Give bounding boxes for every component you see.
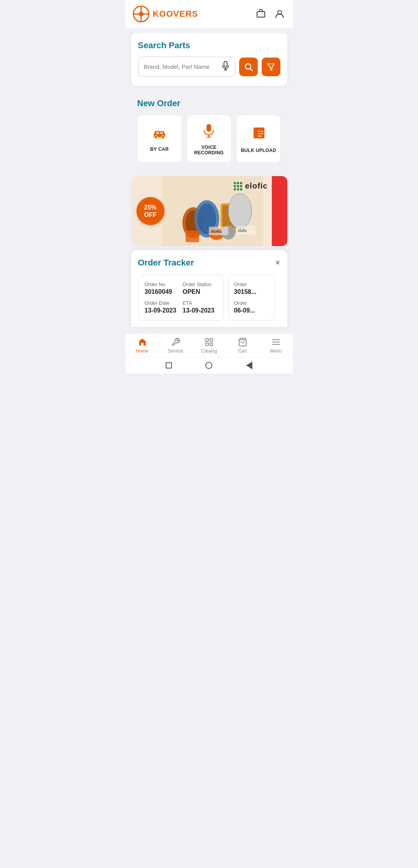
search-input[interactable] xyxy=(144,63,222,70)
svg-rect-43 xyxy=(206,343,208,346)
svg-marker-11 xyxy=(268,64,275,70)
order-status-value: OPEN xyxy=(183,288,217,295)
logo-text: KOOVERS xyxy=(153,9,198,19)
svg-rect-44 xyxy=(210,343,213,346)
svg-text:elofic: elofic xyxy=(238,229,247,233)
order-status-field: Order Status OPEN xyxy=(183,281,217,295)
search-card: Search Parts xyxy=(131,33,287,86)
new-order-card: New Order BY CAR xyxy=(131,91,287,171)
svg-text:elofic: elofic xyxy=(211,229,222,234)
elofic-logo-dots xyxy=(234,182,242,190)
by-car-label: BY CAR xyxy=(150,147,169,152)
order-date-value: 13-09-2023 xyxy=(145,307,179,314)
logo-area: KOOVERS xyxy=(133,5,198,23)
bulk-upload-option[interactable]: BULK UPLOAD xyxy=(236,115,281,163)
nav-home-label: Home xyxy=(136,348,148,354)
voice-icon xyxy=(203,124,215,141)
banner: 25% OFF elofic elofic elofic xyxy=(131,176,287,246)
search-input-wrap xyxy=(138,57,235,77)
bottom-nav: Home Service Catalog Cart Menu xyxy=(126,333,293,357)
eta-field: ETA 13-09-2023 xyxy=(183,300,217,314)
voice-recording-option[interactable]: VOICERECORDING xyxy=(187,115,231,163)
order-card-1[interactable]: Order No 30160049 Order Status OPEN Orde… xyxy=(138,275,224,321)
home-sys-icon xyxy=(205,362,212,369)
order-cards-row: Order No 30160049 Order Status OPEN Orde… xyxy=(138,275,280,321)
header: KOOVERS xyxy=(126,0,293,28)
nav-service[interactable]: Service xyxy=(164,337,187,354)
discount-amount: 25% xyxy=(144,204,156,211)
recents-button[interactable] xyxy=(164,361,173,370)
nav-home[interactable]: Home xyxy=(131,337,154,354)
search-title: Search Parts xyxy=(138,40,280,51)
svg-rect-15 xyxy=(160,132,163,134)
by-car-option[interactable]: BY CAR xyxy=(137,115,182,163)
order-2-no-field: Order 30158... xyxy=(234,281,269,295)
eta-label: ETA xyxy=(183,300,217,306)
menu-icon xyxy=(271,337,281,347)
order-options: BY CAR VOICERECORDING xyxy=(137,115,281,163)
nav-catalog-label: Catalog xyxy=(201,348,217,354)
nav-service-label: Service xyxy=(168,348,183,354)
banner-discount: 25% OFF xyxy=(136,197,164,225)
discount-label: OFF xyxy=(144,211,157,218)
order-2-date-label: Order xyxy=(234,300,269,306)
svg-point-13 xyxy=(161,136,164,139)
svg-rect-4 xyxy=(257,12,265,17)
cart-button[interactable] xyxy=(255,8,267,20)
order-2-no-value: 30158... xyxy=(234,288,269,295)
close-button[interactable]: × xyxy=(275,258,280,268)
order-card-grid-1: Order No 30160049 Order Status OPEN Orde… xyxy=(145,281,217,314)
svg-rect-14 xyxy=(156,132,159,134)
home-icon xyxy=(138,337,147,347)
search-icon xyxy=(244,63,253,71)
nav-cart-label: Cart xyxy=(238,348,247,354)
car-icon xyxy=(152,127,167,143)
order-date-field: Order Date 13-09-2023 xyxy=(145,300,179,314)
order-no-field: Order No 30160049 xyxy=(145,281,179,295)
mic-icon[interactable] xyxy=(222,61,229,72)
system-bar xyxy=(126,357,293,374)
order-no-label: Order No xyxy=(145,281,179,287)
order-2-date-field: Order 06-09... xyxy=(234,300,269,314)
elofic-text: elofic xyxy=(245,182,268,190)
svg-rect-33 xyxy=(185,231,199,242)
bulk-upload-icon xyxy=(252,126,265,144)
logo-icon xyxy=(133,5,150,23)
cart-icon xyxy=(255,9,266,19)
filter-button[interactable] xyxy=(262,58,280,76)
order-card-2[interactable]: Order 30158... Order 06-09... xyxy=(228,275,275,321)
tracker-header: Order Tracker × xyxy=(138,258,280,268)
order-tracker: Order Tracker × Order No 30160049 Order … xyxy=(131,250,287,327)
bulk-upload-label: BULK UPLOAD xyxy=(241,148,276,153)
home-sys-button[interactable] xyxy=(205,361,213,370)
user-button[interactable] xyxy=(273,8,286,20)
svg-rect-42 xyxy=(210,339,213,341)
search-button[interactable] xyxy=(239,58,258,76)
nav-catalog[interactable]: Catalog xyxy=(198,337,221,354)
tracker-title: Order Tracker xyxy=(138,258,194,268)
svg-rect-16 xyxy=(206,124,211,132)
header-icons xyxy=(255,8,286,20)
new-order-title: New Order xyxy=(137,98,281,108)
nav-menu[interactable]: Menu xyxy=(264,337,288,354)
order-no-value: 30160049 xyxy=(145,288,179,295)
back-button[interactable] xyxy=(245,361,254,370)
svg-rect-40 xyxy=(141,343,143,346)
order-2-date-value: 06-09... xyxy=(234,307,269,314)
nav-menu-label: Menu xyxy=(270,348,282,354)
recents-icon xyxy=(166,362,172,369)
user-icon xyxy=(274,9,285,19)
nav-cart[interactable]: Cart xyxy=(231,337,254,354)
wrench-icon xyxy=(171,337,180,347)
order-date-label: Order Date xyxy=(145,300,179,306)
voice-recording-label: VOICERECORDING xyxy=(194,145,224,155)
svg-rect-41 xyxy=(206,339,208,341)
svg-line-10 xyxy=(250,68,252,71)
svg-point-32 xyxy=(228,194,252,229)
eta-value: 13-09-2023 xyxy=(183,307,217,314)
catalog-icon xyxy=(205,337,214,347)
elofic-brand: elofic xyxy=(234,182,268,190)
svg-point-12 xyxy=(154,136,157,139)
order-status-label: Order Status xyxy=(183,281,217,287)
back-icon xyxy=(246,362,252,369)
